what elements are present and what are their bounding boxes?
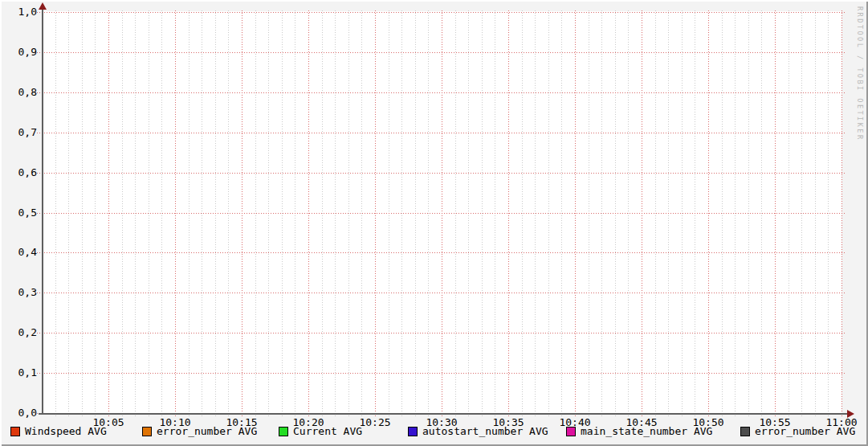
gridline-major-horizontal [37, 12, 845, 13]
y-tick-label: 0,2 [3, 326, 37, 338]
gridline-major-vertical [108, 10, 109, 417]
legend: Windspeed AVGerror_number AVGCurrent AVG… [0, 425, 868, 440]
legend-item: Windspeed AVG [10, 425, 107, 438]
gridline-major-horizontal [37, 333, 845, 333]
gridline-major-vertical [508, 10, 509, 417]
gridline-major-horizontal [37, 213, 845, 214]
gridline-major-vertical [575, 10, 576, 417]
y-tick-label: 0,8 [3, 86, 37, 98]
y-tick-label: 1,0 [3, 6, 37, 18]
y-tick-label: 0,9 [3, 46, 37, 58]
y-tick-label: 0,6 [3, 166, 37, 178]
gridline-major-vertical [642, 10, 642, 417]
y-tick-label: 0,1 [3, 366, 37, 378]
y-tick-label: 0,3 [3, 286, 37, 298]
y-tick-label: 0,7 [3, 126, 37, 138]
legend-item-label: autostart_number AVG [422, 425, 548, 438]
x-axis-line [39, 413, 850, 415]
y-axis-arrow-icon [39, 2, 47, 10]
legend-color-swatch [408, 427, 418, 436]
legend-item-label: Current AVG [293, 425, 362, 438]
y-axis-line [42, 8, 43, 415]
legend-item-label: error_number AVG [755, 425, 855, 438]
legend-item-label: main_state_number AVG [581, 425, 712, 438]
legend-item: error_number AVG [740, 425, 855, 438]
legend-color-swatch [279, 427, 288, 436]
y-tick-label: 0,0 [3, 407, 37, 419]
gridline-major-horizontal [37, 92, 845, 93]
gridline-major-vertical [242, 10, 242, 417]
gridline-major-horizontal [37, 52, 845, 53]
legend-item: error_number AVG [142, 425, 257, 438]
rrdtool-graph: 0,00,10,20,30,40,50,60,70,80,91,010:0510… [0, 0, 868, 446]
gridline-major-vertical [708, 10, 709, 417]
gridline-major-horizontal [37, 293, 845, 293]
legend-color-swatch [142, 427, 152, 436]
gridline-major-horizontal [37, 133, 845, 133]
gridline-major-horizontal [37, 373, 845, 374]
gridline-major-horizontal [37, 252, 845, 253]
legend-item: main_state_number AVG [566, 425, 712, 438]
legend-color-swatch [566, 427, 576, 436]
gridline-major-vertical [175, 10, 176, 417]
legend-item-label: Windspeed AVG [25, 425, 107, 438]
gridline-major-horizontal [37, 173, 845, 174]
gridline-major-vertical [442, 10, 442, 417]
legend-item-label: error_number AVG [157, 425, 257, 438]
gridline-major-vertical [842, 10, 842, 417]
legend-item: autostart_number AVG [408, 425, 548, 438]
gridline-major-vertical [308, 10, 309, 417]
gridline-major-vertical [775, 10, 776, 417]
y-tick-label: 0,5 [3, 207, 37, 219]
y-tick-label: 0,4 [3, 246, 37, 258]
watermark: RRDTOOL / TOBI OETIKER [856, 6, 864, 141]
legend-color-swatch [740, 427, 750, 436]
legend-item: Current AVG [279, 425, 362, 438]
gridline-major-vertical [375, 10, 376, 417]
legend-color-swatch [10, 427, 20, 436]
